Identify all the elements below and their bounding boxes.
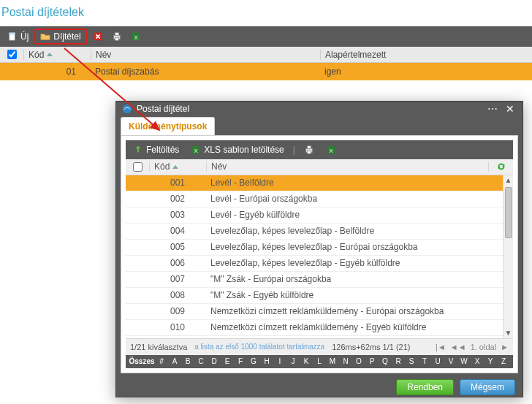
alpha-n[interactable]: N bbox=[339, 357, 352, 365]
svg-rect-4 bbox=[115, 33, 118, 36]
alpha-z[interactable]: Z bbox=[497, 357, 510, 365]
cell-kod: 002 bbox=[149, 194, 206, 204]
alpha-h[interactable]: H bbox=[260, 357, 273, 365]
upload-button[interactable]: Feltöltés bbox=[130, 143, 182, 156]
alpha-s[interactable]: S bbox=[405, 357, 418, 365]
alpha-all[interactable]: Összes bbox=[129, 357, 155, 365]
alpha-t[interactable]: T bbox=[418, 357, 431, 365]
alpha-k[interactable]: K bbox=[300, 357, 313, 365]
cell-kod: 01 bbox=[23, 66, 91, 77]
pager-first-icon[interactable]: |◄ bbox=[436, 343, 446, 351]
table-row[interactable]: 008"M" Zsák - Egyéb külföldre bbox=[126, 288, 503, 304]
tariff-button[interactable]: Díjtétel bbox=[34, 28, 86, 45]
alpha-f[interactable]: F bbox=[234, 357, 247, 365]
tariff-modal: Postai díjtétel ⋯ ✕ Küldeménytípusok Fel… bbox=[115, 101, 523, 397]
alpha-y[interactable]: Y bbox=[484, 357, 497, 365]
excel-icon: X bbox=[191, 145, 201, 155]
upload-label: Feltöltés bbox=[146, 145, 179, 155]
col-header-kod[interactable]: Kód bbox=[23, 50, 91, 60]
table-row[interactable]: 006Levelezőlap, képes levelezőlap - Egyé… bbox=[126, 256, 503, 272]
ok-button[interactable]: Rendben bbox=[396, 379, 454, 395]
table-row[interactable]: 002Levél - Európai országokba bbox=[126, 191, 503, 207]
alpha-d[interactable]: D bbox=[208, 357, 221, 365]
table-row[interactable]: 007"M" Zsák - Európai országokba bbox=[126, 272, 503, 288]
cell-kod: 006 bbox=[149, 258, 206, 268]
modal-titlebar: Postai díjtétel ⋯ ✕ bbox=[116, 102, 522, 117]
alpha-m[interactable]: M bbox=[326, 357, 339, 365]
dots-button[interactable]: ⋯ bbox=[486, 102, 499, 115]
alpha-w[interactable]: W bbox=[457, 357, 471, 365]
alpha-j[interactable]: J bbox=[286, 357, 300, 365]
alpha-l[interactable]: L bbox=[313, 357, 326, 365]
pager-prev-icon[interactable]: ◄◄ bbox=[450, 343, 466, 351]
cell-nev: Postai díjszabás bbox=[91, 66, 320, 77]
alpha-u[interactable]: U bbox=[431, 357, 444, 365]
col-header-nev[interactable]: Név bbox=[91, 50, 320, 60]
alpha-q[interactable]: Q bbox=[379, 357, 392, 365]
alpha-i[interactable]: I bbox=[273, 357, 286, 365]
xls-template-button[interactable]: X XLS sablon letöltése bbox=[188, 143, 286, 156]
select-all-checkbox[interactable] bbox=[7, 50, 17, 59]
scroll-thumb[interactable] bbox=[505, 187, 512, 238]
cancel-button[interactable]: Mégsem bbox=[460, 379, 515, 395]
modal-select-all[interactable] bbox=[133, 162, 142, 172]
excel-icon: X bbox=[131, 31, 141, 42]
alpha-e[interactable]: E bbox=[221, 357, 234, 365]
print-button[interactable] bbox=[109, 30, 125, 43]
pager: |◄ ◄◄ 1. oldal ► bbox=[436, 343, 509, 351]
upload-icon bbox=[133, 145, 143, 155]
result-hint: a lista az első 1000 találatot tartalmaz… bbox=[194, 343, 324, 351]
table-row[interactable]: 010Nemzetközi címzett reklámküldemény - … bbox=[126, 320, 503, 336]
svg-rect-14 bbox=[307, 150, 311, 153]
modal-grid-footer: 1/21 kiválasztva a lista az első 1000 ta… bbox=[126, 339, 513, 355]
new-button[interactable]: Új bbox=[4, 30, 31, 43]
svg-rect-5 bbox=[115, 38, 118, 41]
modal-col-kod[interactable]: Kód bbox=[149, 161, 206, 172]
main-grid-row[interactable]: 01 Postai díjszabás igen bbox=[0, 63, 532, 80]
tab-shipment-types[interactable]: Küldeménytípusok bbox=[121, 117, 215, 135]
modal-title-text: Postai díjtétel bbox=[137, 104, 189, 114]
print-button-modal[interactable] bbox=[301, 143, 317, 156]
alpha-x[interactable]: X bbox=[471, 357, 484, 365]
col-header-alap[interactable]: Alapértelmezett bbox=[320, 50, 532, 60]
delete-icon bbox=[93, 31, 103, 42]
close-button[interactable]: ✕ bbox=[503, 102, 517, 115]
alpha-p[interactable]: P bbox=[365, 357, 379, 365]
scroll-up-icon[interactable]: ▲ bbox=[504, 175, 513, 186]
alpha-c[interactable]: C bbox=[194, 357, 208, 365]
app-icon bbox=[122, 104, 132, 114]
table-row[interactable]: 009Nemzetközi címzett reklámküldemény - … bbox=[126, 304, 503, 320]
alpha-r[interactable]: R bbox=[392, 357, 405, 365]
alpha-v[interactable]: V bbox=[444, 357, 457, 365]
alpha-#[interactable]: # bbox=[155, 357, 168, 365]
cell-kod: 008 bbox=[149, 290, 206, 300]
table-row[interactable]: 004Levelezőlap, képes levelezőlap - Belf… bbox=[126, 224, 503, 240]
alpha-o[interactable]: O bbox=[352, 357, 365, 365]
excel-button[interactable]: X bbox=[128, 30, 144, 43]
table-row[interactable]: 003Levél - Egyéb külföldre bbox=[126, 207, 503, 224]
excel-export-button[interactable]: X bbox=[323, 143, 339, 156]
vertical-scrollbar[interactable]: ▲ ▼ bbox=[503, 175, 513, 338]
modal-col-nev[interactable]: Név bbox=[206, 161, 488, 172]
table-row[interactable]: 001Levél - Belföldre bbox=[126, 175, 503, 191]
cell-kod: 004 bbox=[149, 226, 206, 236]
cell-nev: Levél - Egyéb külföldre bbox=[206, 210, 503, 220]
pager-next-icon[interactable]: ► bbox=[501, 343, 509, 351]
cell-nev: Nemzetközi címzett reklámküldemény - Eur… bbox=[206, 306, 503, 316]
sort-asc-icon bbox=[47, 53, 53, 56]
printer-icon bbox=[304, 145, 314, 155]
table-row[interactable]: 005Levelezőlap, képes levelezőlap - Euró… bbox=[126, 240, 503, 256]
alpha-b[interactable]: B bbox=[181, 357, 194, 365]
page-title: Postai díjtételek bbox=[0, 0, 532, 26]
cell-nev: "M" Zsák - Egyéb külföldre bbox=[206, 290, 503, 300]
refresh-icon bbox=[496, 161, 506, 172]
alpha-g[interactable]: G bbox=[247, 357, 260, 365]
cell-nev: Levelezőlap, képes levelezőlap - Európai… bbox=[206, 242, 503, 252]
xls-label: XLS sablon letöltése bbox=[204, 145, 284, 155]
delete-button[interactable] bbox=[90, 30, 106, 43]
refresh-button[interactable] bbox=[488, 161, 513, 172]
alpha-a[interactable]: A bbox=[168, 357, 181, 365]
scroll-down-icon[interactable]: ▼ bbox=[504, 328, 513, 338]
pager-page-label: 1. oldal bbox=[471, 343, 496, 351]
modal-body: Feltöltés X XLS sablon letöltése | X Kód… bbox=[121, 135, 518, 373]
